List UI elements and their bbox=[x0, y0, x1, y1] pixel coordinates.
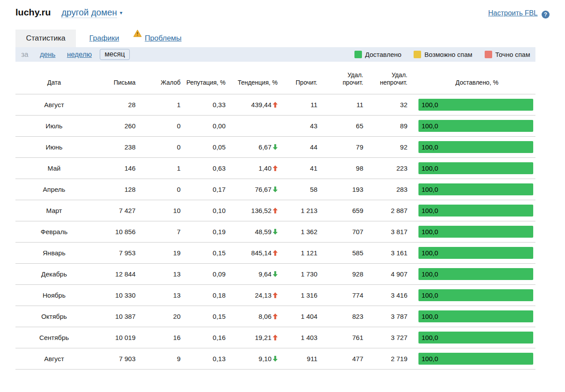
col-header-date: Дата bbox=[15, 62, 93, 94]
table-row: Февраль10 85670,1948,591 3627073 817100,… bbox=[15, 221, 535, 243]
delivered-bar: 100,0 bbox=[418, 162, 533, 174]
legend-item: Точно спам bbox=[485, 51, 530, 58]
legend-label: Доставлено bbox=[365, 51, 402, 58]
tab-problems[interactable]: Проблемы bbox=[145, 30, 181, 47]
cell-letters: 10 387 bbox=[93, 306, 136, 327]
cell-deleted-unread: 283 bbox=[363, 179, 407, 200]
tab-statistics[interactable]: Статистика bbox=[15, 30, 76, 47]
cell-trend: 136,52 bbox=[226, 200, 278, 221]
cell-read: 1 403 bbox=[278, 327, 317, 348]
period-option-day[interactable]: день bbox=[40, 51, 55, 59]
cell-trend: 19,21 bbox=[226, 327, 278, 348]
table-row: Май14610,631,404198223100,0 bbox=[15, 158, 535, 179]
trend-value: 19,21 bbox=[255, 334, 271, 341]
cell-date: Август bbox=[15, 94, 93, 116]
cell-complaints: 1 bbox=[136, 94, 181, 116]
table-row: Июнь23800,056,67447992100,0 bbox=[15, 137, 535, 158]
trend-value: 9,64 bbox=[259, 270, 271, 278]
cell-complaints: 9 bbox=[136, 348, 181, 370]
legend-label: Возможно спам bbox=[424, 51, 472, 58]
period-prefix-label: за bbox=[21, 51, 28, 59]
trend-value: 9,10 bbox=[259, 355, 271, 362]
cell-date: Май bbox=[15, 158, 93, 179]
topbar: luchy.ru другой домен ▾ Настроить FBL ? bbox=[0, 0, 565, 18]
cell-complaints: 1 bbox=[136, 158, 181, 179]
other-domain-link[interactable]: другой домен bbox=[61, 7, 117, 18]
cell-deleted-read: 11 bbox=[317, 94, 363, 116]
cell-complaints: 16 bbox=[136, 327, 181, 348]
cell-delivered: 100,0 bbox=[407, 327, 535, 348]
cell-complaints: 7 bbox=[136, 221, 181, 243]
cell-delivered: 100,0 bbox=[407, 221, 535, 243]
cell-reputation: 0,13 bbox=[181, 348, 226, 370]
cell-date: Июнь bbox=[15, 137, 93, 158]
cell-trend: 9,10 bbox=[226, 348, 278, 370]
cell-delivered: 100,0 bbox=[407, 348, 535, 370]
cell-letters: 7 953 bbox=[93, 243, 136, 264]
cell-deleted-read: 477 bbox=[317, 348, 363, 370]
col-header-deleted-unread: Удал. непрочит. bbox=[363, 62, 407, 94]
cell-deleted-unread: 3 161 bbox=[363, 243, 407, 264]
trend-up-icon bbox=[273, 314, 278, 319]
cell-deleted-unread: 3 727 bbox=[363, 327, 407, 348]
trend-value: 845,14 bbox=[251, 249, 271, 257]
cell-trend: 439,44 bbox=[226, 94, 278, 116]
cell-deleted-read: 707 bbox=[317, 221, 363, 243]
cell-deleted-unread: 4 907 bbox=[363, 264, 407, 285]
legend-item: Возможно спам bbox=[414, 51, 472, 58]
table-row: Ноябрь10 330130,1824,131 3167743 416100,… bbox=[15, 285, 535, 306]
cell-read: 58 bbox=[278, 179, 317, 200]
cell-reputation: 0,63 bbox=[181, 158, 226, 179]
statistics-table: Дата Письма Жалоб Репутация, % Тенденция… bbox=[15, 62, 535, 370]
cell-deleted-unread: 89 bbox=[363, 116, 407, 137]
delivered-bar: 100,0 bbox=[418, 99, 533, 111]
trend-value: 24,13 bbox=[255, 291, 271, 299]
cell-letters: 10 330 bbox=[93, 285, 136, 306]
cell-date: Январь bbox=[15, 243, 93, 264]
table-row: Июль26000,00436589100,0 bbox=[15, 116, 535, 137]
help-icon[interactable]: ? bbox=[542, 11, 550, 19]
cell-trend: 48,59 bbox=[226, 221, 278, 243]
cell-date: Февраль bbox=[15, 221, 93, 243]
cell-deleted-unread: 2 887 bbox=[363, 200, 407, 221]
delivered-bar: 100,0 bbox=[418, 226, 533, 238]
cell-read: 43 bbox=[278, 116, 317, 137]
cell-complaints: 0 bbox=[136, 116, 181, 137]
legend-swatch-icon bbox=[354, 51, 362, 58]
cell-complaints: 20 bbox=[136, 306, 181, 327]
cell-delivered: 100,0 bbox=[407, 116, 535, 137]
cell-date: Июль bbox=[15, 116, 93, 137]
trend-up-icon bbox=[273, 335, 278, 340]
delivered-bar: 100,0 bbox=[418, 353, 533, 365]
period-option-week[interactable]: неделю bbox=[67, 51, 92, 59]
cell-letters: 128 bbox=[93, 179, 136, 200]
period-filter-bar: за день неделю месяц ДоставленоВозможно … bbox=[15, 47, 535, 62]
cell-deleted-read: 65 bbox=[317, 116, 363, 137]
cell-delivered: 100,0 bbox=[407, 158, 535, 179]
cell-delivered: 100,0 bbox=[407, 306, 535, 327]
trend-up-icon bbox=[273, 102, 278, 108]
trend-down-icon bbox=[273, 144, 278, 150]
legend-label: Точно спам bbox=[495, 51, 530, 58]
delivered-bar: 100,0 bbox=[418, 332, 533, 343]
cell-trend: 1,40 bbox=[226, 158, 278, 179]
fbl-settings-link[interactable]: Настроить FBL bbox=[488, 9, 538, 17]
trend-value: 439,44 bbox=[251, 101, 271, 108]
cell-letters: 7 427 bbox=[93, 200, 136, 221]
cell-reputation: 0,17 bbox=[181, 179, 226, 200]
warning-icon bbox=[133, 30, 142, 37]
cell-deleted-unread: 32 bbox=[363, 94, 407, 116]
cell-reputation: 0,15 bbox=[181, 243, 226, 264]
tab-charts[interactable]: Графики bbox=[89, 30, 119, 47]
cell-reputation: 0,09 bbox=[181, 264, 226, 285]
period-option-month-selected[interactable]: месяц bbox=[100, 49, 130, 60]
cell-reputation: 0,05 bbox=[181, 137, 226, 158]
delivered-bar: 100,0 bbox=[418, 247, 533, 259]
cell-letters: 10 019 bbox=[93, 327, 136, 348]
table-row: Март7 427100,10136,521 2136592 887100,0 bbox=[15, 200, 535, 221]
col-header-delivered: Доставлено, % bbox=[407, 62, 535, 94]
cell-read: 1 362 bbox=[278, 221, 317, 243]
cell-delivered: 100,0 bbox=[407, 137, 535, 158]
table-row: Апрель12800,1776,6758193283100,0 bbox=[15, 179, 535, 200]
table-row: Декабрь12 844130,099,641 7309284 907100,… bbox=[15, 264, 535, 285]
